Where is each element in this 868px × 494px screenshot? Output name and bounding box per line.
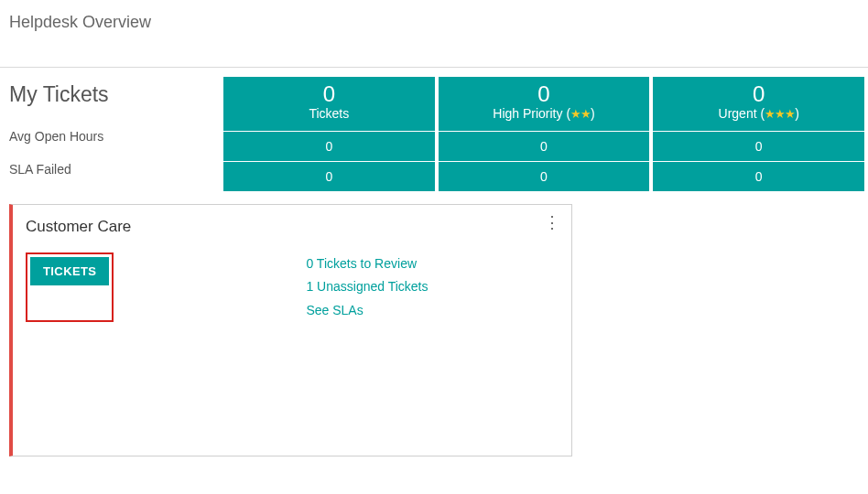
- team-card-links: 0 Tickets to Review 1 Unassigned Tickets…: [306, 252, 428, 322]
- stat-col-high-priority[interactable]: 0 High Priority (★★) 0 0: [439, 77, 650, 191]
- team-card-customer-care: Customer Care ⋮ TICKETS 0 Tickets to Rev…: [9, 204, 572, 456]
- card-area: Customer Care ⋮ TICKETS 0 Tickets to Rev…: [0, 200, 868, 460]
- stat-urgent-suffix: ): [795, 106, 799, 121]
- tickets-button-highlight: TICKETS: [26, 252, 114, 322]
- link-tickets-to-review[interactable]: 0 Tickets to Review: [306, 256, 417, 271]
- stat-col-urgent[interactable]: 0 Urgent (★★★) 0 0: [653, 77, 864, 191]
- star-icon: ★★: [570, 107, 591, 121]
- stat-high-suffix: ): [591, 106, 595, 121]
- sla-failed-label: SLA Failed: [9, 153, 214, 186]
- stat-high-title: High Priority (★★): [439, 106, 650, 122]
- stats-left-column: My Tickets Avg Open Hours SLA Failed: [9, 77, 220, 191]
- my-tickets-heading: My Tickets: [9, 77, 214, 107]
- kebab-icon[interactable]: ⋮: [544, 214, 560, 231]
- stat-urgent-value: 0: [653, 82, 864, 106]
- team-card-body: TICKETS 0 Tickets to Review 1 Unassigned…: [26, 252, 559, 322]
- stat-tickets-avg: 0: [223, 131, 435, 161]
- tickets-button[interactable]: TICKETS: [30, 257, 109, 285]
- star-icon: ★★★: [765, 107, 795, 121]
- stat-top: 0 Tickets: [223, 77, 435, 131]
- stat-col-tickets[interactable]: 0 Tickets 0 0: [223, 77, 435, 191]
- team-card-title: Customer Care: [26, 218, 131, 235]
- stat-high-avg: 0: [439, 131, 650, 161]
- stat-urgent-title: Urgent (★★★): [653, 106, 864, 122]
- stat-tickets-value: 0: [223, 82, 435, 106]
- stats-right-columns: 0 Tickets 0 0 0 High Priority (★★) 0 0 0…: [223, 77, 864, 191]
- stat-high-value: 0: [439, 82, 650, 106]
- stat-urgent-sla: 0: [653, 161, 864, 191]
- stat-high-sla: 0: [439, 161, 650, 191]
- stat-tickets-sla: 0: [223, 161, 435, 191]
- stat-urgent-prefix: Urgent (: [719, 106, 765, 121]
- stat-top: 0 Urgent (★★★): [653, 77, 864, 131]
- stat-top: 0 High Priority (★★): [439, 77, 650, 131]
- stat-urgent-avg: 0: [653, 131, 864, 161]
- stats-section: My Tickets Avg Open Hours SLA Failed 0 T…: [0, 68, 868, 200]
- avg-open-hours-label: Avg Open Hours: [9, 120, 214, 153]
- link-see-slas[interactable]: See SLAs: [306, 303, 363, 317]
- stat-high-prefix: High Priority (: [493, 106, 570, 121]
- link-unassigned-tickets[interactable]: 1 Unassigned Tickets: [306, 279, 428, 294]
- stat-tickets-title: Tickets: [223, 106, 435, 122]
- page-title: Helpdesk Overview: [0, 0, 868, 68]
